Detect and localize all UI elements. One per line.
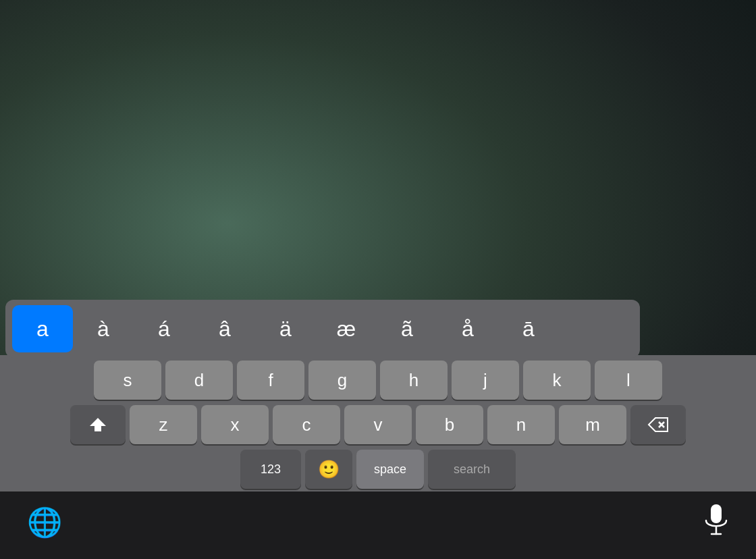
numbers-key[interactable]: 123: [240, 450, 301, 489]
accent-key-auml[interactable]: ä: [255, 305, 316, 352]
keyboard-row-3: z x c v b n m: [3, 405, 753, 444]
accent-key-aring[interactable]: å: [437, 305, 498, 352]
key-d[interactable]: d: [165, 361, 233, 400]
keyboard-row-2: s d f g h j k l: [3, 361, 753, 400]
backspace-icon: [647, 417, 669, 433]
svg-rect-2: [711, 504, 722, 523]
accent-key-a[interactable]: a: [12, 305, 73, 352]
emoji-key[interactable]: 🙂: [305, 450, 352, 489]
accent-key-agrave[interactable]: à: [73, 305, 134, 352]
keyboard-container: a à á â ä æ ã å ā s d f: [0, 300, 756, 559]
key-v[interactable]: v: [344, 405, 412, 444]
microphone-icon: [703, 503, 729, 538]
space-key[interactable]: space: [356, 450, 424, 489]
key-c[interactable]: c: [273, 405, 340, 444]
key-s[interactable]: s: [94, 361, 161, 400]
accent-key-ae[interactable]: æ: [316, 305, 377, 352]
key-b[interactable]: b: [416, 405, 483, 444]
shift-key[interactable]: [70, 405, 126, 444]
key-g[interactable]: g: [308, 361, 376, 400]
key-x[interactable]: x: [201, 405, 269, 444]
key-l[interactable]: l: [595, 361, 662, 400]
key-h[interactable]: h: [380, 361, 448, 400]
shift-icon: [88, 415, 107, 434]
key-m[interactable]: m: [559, 405, 626, 444]
accent-key-acirc[interactable]: â: [194, 305, 255, 352]
backspace-key[interactable]: [630, 405, 686, 444]
accent-key-amacron[interactable]: ā: [498, 305, 559, 352]
key-n[interactable]: n: [487, 405, 555, 444]
accent-key-atilde[interactable]: ã: [377, 305, 437, 352]
keyboard-row-4: 123 🙂 space search: [3, 450, 753, 489]
accent-key-aacute[interactable]: á: [134, 305, 194, 352]
key-k[interactable]: k: [523, 361, 591, 400]
key-f[interactable]: f: [237, 361, 304, 400]
accent-popup: a à á â ä æ ã å ā: [5, 300, 640, 358]
key-j[interactable]: j: [452, 361, 519, 400]
keyboard-main: s d f g h j k l z x c v b n m: [0, 355, 756, 491]
key-z[interactable]: z: [130, 405, 197, 444]
bottom-bar: 🌐: [0, 491, 756, 559]
globe-button[interactable]: 🌐: [27, 506, 62, 539]
microphone-button[interactable]: [703, 503, 729, 541]
search-key[interactable]: search: [428, 450, 516, 489]
